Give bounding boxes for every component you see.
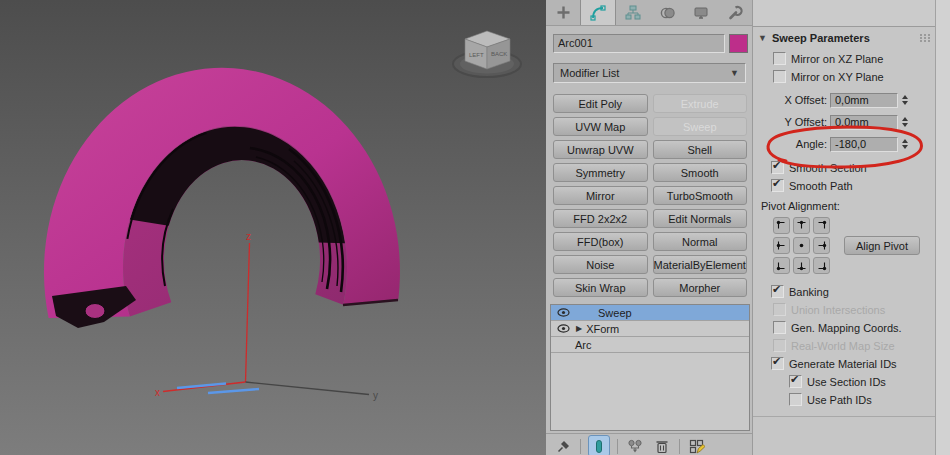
checkbox-box[interactable] <box>771 161 784 174</box>
pivot-middle-right-button[interactable] <box>813 237 830 254</box>
button-sweep: Sweep <box>653 117 748 136</box>
checkbox-use-path-ids[interactable]: Use Path IDs <box>789 393 936 406</box>
button-ffd-2x2x2[interactable]: FFD 2x2x2 <box>553 209 648 228</box>
checkbox-use-section-ids[interactable]: Use Section IDs <box>789 375 936 388</box>
button-edit-normals[interactable]: Edit Normals <box>653 209 748 228</box>
checkbox-generate-material-ids[interactable]: Generate Material IDs <box>771 357 936 370</box>
make-unique-icon <box>627 439 643 454</box>
show-end-result-button[interactable] <box>588 435 610 455</box>
checkbox-box[interactable] <box>773 70 786 83</box>
button-turbosmooth[interactable]: TurboSmooth <box>653 186 748 205</box>
x-offset-row: X Offset: 0,0mm <box>759 92 936 108</box>
checkbox-mirror-xz[interactable]: Mirror on XZ Plane <box>773 52 936 65</box>
stack-item-arc[interactable]: Arc <box>551 337 749 353</box>
button-unwrap-uvw[interactable]: Unwrap UVW <box>553 140 648 159</box>
pivot-alignment-area: Align Pivot <box>773 217 936 274</box>
button-mirror[interactable]: Mirror <box>553 186 648 205</box>
object-color-swatch[interactable] <box>729 34 748 53</box>
button-materialbyelement[interactable]: MaterialByElement <box>653 255 748 274</box>
x-axis-label: x <box>155 387 160 398</box>
y-offset-spinner[interactable] <box>898 114 911 130</box>
button-smooth[interactable]: Smooth <box>653 163 748 182</box>
y-axis-label: y <box>373 390 378 401</box>
object-name-field[interactable]: Arc001 <box>553 34 725 53</box>
checkbox-mirror-xy[interactable]: Mirror on XY Plane <box>773 70 936 83</box>
button-uvw-map[interactable]: UVW Map <box>553 117 648 136</box>
checkbox-banking[interactable]: Banking <box>771 285 936 298</box>
checkbox-box[interactable] <box>773 321 786 334</box>
checkbox-label: Gen. Mapping Coords. <box>791 322 902 334</box>
toolbar-separator <box>679 439 680 454</box>
pivot-top-right-button[interactable] <box>813 217 830 234</box>
z-axis-label: z <box>246 231 251 242</box>
pushpin-icon <box>556 439 571 454</box>
pivot-middle-left-button[interactable] <box>773 237 790 254</box>
button-shell[interactable]: Shell <box>653 140 748 159</box>
stack-item-xform[interactable]: ▶ XForm <box>551 321 749 337</box>
checkbox-label: Union Intersections <box>791 304 885 316</box>
swept-arc-object[interactable] <box>44 68 400 328</box>
tab-motion[interactable] <box>650 0 684 25</box>
y-offset-field[interactable]: 0,0mm <box>830 115 898 130</box>
button-noise[interactable]: Noise <box>553 255 648 274</box>
checkbox-box[interactable] <box>771 357 784 370</box>
modifier-list-label: Modifier List <box>560 67 619 79</box>
stack-toolbar <box>546 433 752 455</box>
modifier-list-dropdown[interactable]: Modifier List ▼ <box>553 63 746 83</box>
command-panel-tabs <box>546 0 752 26</box>
stack-item-label: XForm <box>586 323 619 335</box>
checkbox-box[interactable] <box>771 179 784 192</box>
pivot-bottom-right-button[interactable] <box>813 257 830 274</box>
angle-spinner[interactable] <box>898 136 911 152</box>
checkbox-smooth-path[interactable]: Smooth Path <box>771 179 936 192</box>
viewcube-back-face: BACK <box>491 51 507 57</box>
x-offset-field[interactable]: 0,0mm <box>830 93 898 108</box>
tab-create[interactable] <box>546 0 580 25</box>
trash-icon <box>655 439 669 454</box>
chevron-down-icon: ▼ <box>730 68 739 78</box>
checkbox-union-intersections: Union Intersections <box>773 303 936 316</box>
pivot-center-button[interactable] <box>793 237 810 254</box>
x-offset-label: X Offset: <box>759 94 827 106</box>
checkbox-smooth-section[interactable]: Smooth Section <box>771 161 936 174</box>
viewport[interactable]: z x y LEFT BACK <box>0 0 546 455</box>
checkbox-box[interactable] <box>789 375 802 388</box>
viewcube[interactable]: LEFT BACK <box>453 31 521 77</box>
angle-field[interactable]: -180,0 <box>830 137 898 152</box>
rollout-grip-icon[interactable] <box>920 34 931 42</box>
stack-item-label: Arc <box>575 339 592 351</box>
button-morpher[interactable]: Morpher <box>653 278 748 297</box>
pivot-bottom-left-button[interactable] <box>773 257 790 274</box>
checkbox-gen-mapping-coords[interactable]: Gen. Mapping Coords. <box>773 321 936 334</box>
command-panel: Arc001 Modifier List ▼ Edit Poly Extrude… <box>546 0 752 455</box>
rollout-title: Sweep Parameters <box>772 32 870 44</box>
button-normal[interactable]: Normal <box>653 232 748 251</box>
checkbox-label: Smooth Section <box>789 162 867 174</box>
checkbox-box[interactable] <box>789 393 802 406</box>
pivot-top-center-button[interactable] <box>793 217 810 234</box>
pin-stack-button[interactable] <box>553 436 573 455</box>
pivot-top-left-button[interactable] <box>773 217 790 234</box>
button-ffd-box[interactable]: FFD(box) <box>553 232 648 251</box>
sweep-parameters-rollout-header[interactable]: ▼ Sweep Parameters <box>753 27 936 47</box>
make-unique-button[interactable] <box>625 436 645 455</box>
checkbox-box[interactable] <box>771 285 784 298</box>
remove-modifier-button[interactable] <box>652 436 672 455</box>
tab-utilities[interactable] <box>718 0 752 25</box>
visibility-eye-icon[interactable] <box>557 324 570 333</box>
align-pivot-button[interactable]: Align Pivot <box>844 236 920 255</box>
button-skin-wrap[interactable]: Skin Wrap <box>553 278 648 297</box>
expand-arrow-icon[interactable]: ▶ <box>576 324 582 333</box>
stack-item-sweep[interactable]: Sweep <box>551 305 749 321</box>
button-edit-poly[interactable]: Edit Poly <box>553 94 648 113</box>
sweep-parameters-panel: ▼ Sweep Parameters Mirror on XZ Plane Mi… <box>752 0 936 455</box>
visibility-eye-icon[interactable] <box>557 308 570 317</box>
checkbox-box[interactable] <box>773 52 786 65</box>
pivot-bottom-center-button[interactable] <box>793 257 810 274</box>
x-offset-spinner[interactable] <box>898 92 911 108</box>
tab-modify[interactable] <box>580 0 616 25</box>
configure-modifier-sets-button[interactable] <box>687 436 707 455</box>
tab-hierarchy[interactable] <box>616 0 650 25</box>
button-symmetry[interactable]: Symmetry <box>553 163 648 182</box>
tab-display[interactable] <box>684 0 718 25</box>
